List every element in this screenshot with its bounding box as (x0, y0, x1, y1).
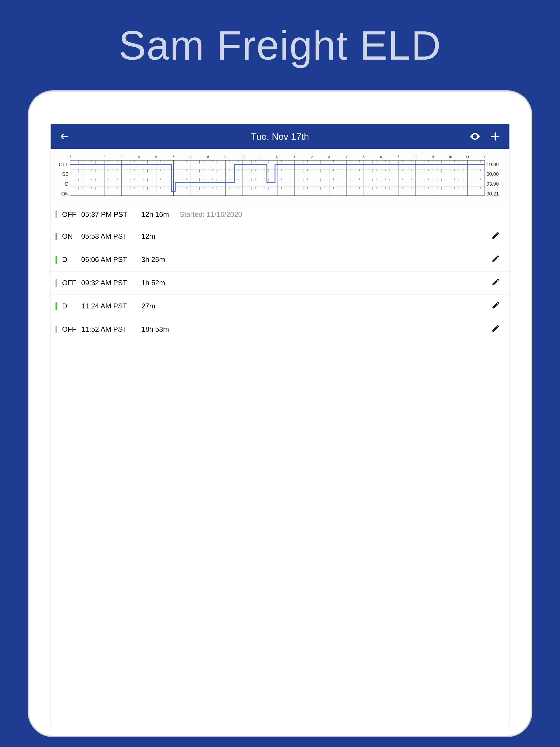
graph-row-totals: 19.8900.0003.9000.21 (485, 154, 504, 199)
arrow-left-icon (59, 132, 69, 141)
app-screen: Tue, Nov 17th OFFSBDON M1234567891011N12… (50, 124, 510, 725)
app-bar: Tue, Nov 17th (51, 124, 509, 149)
status-color-bar (55, 302, 57, 310)
graph-row-labels: OFFSBDON (56, 154, 70, 199)
event-row: OFF09:32 AM PST1h 52m (51, 272, 509, 295)
svg-text:6: 6 (173, 155, 175, 159)
svg-text:5: 5 (363, 155, 365, 159)
graph-row-label: ON (56, 190, 70, 199)
plus-icon (490, 131, 501, 141)
svg-text:9: 9 (432, 155, 434, 159)
svg-text:N: N (276, 155, 279, 159)
hos-graph: M1234567891011N1234567891011M (70, 154, 485, 199)
event-note: Started: 11/16/2020 (180, 210, 242, 219)
graph-row-total: 03.90 (486, 180, 504, 189)
graph-row-total: 19.89 (486, 160, 504, 169)
status-color-bar (55, 326, 57, 333)
svg-text:2: 2 (311, 155, 313, 159)
svg-text:5: 5 (155, 155, 157, 159)
event-status: D (62, 255, 81, 264)
graph-row-label: OFF (56, 160, 70, 169)
status-color-bar (55, 279, 57, 287)
event-duration: 3h 26m (142, 255, 180, 264)
graph-row-label: SB (56, 170, 70, 179)
event-status: OFF (62, 279, 81, 287)
event-status: OFF (62, 210, 81, 219)
status-color-bar (55, 210, 57, 218)
page-title: Tue, Nov 17th (51, 131, 509, 142)
pencil-icon (491, 301, 500, 311)
event-time: 05:53 AM PST (81, 232, 142, 241)
add-button[interactable] (489, 130, 501, 143)
event-time: 11:52 AM PST (81, 325, 142, 334)
view-button[interactable] (469, 130, 481, 143)
svg-text:4: 4 (346, 155, 348, 159)
back-button[interactable] (59, 131, 70, 142)
event-duration: 18h 53m (142, 325, 180, 334)
hos-graph-panel: OFFSBDON M1234567891011N1234567891011M 1… (51, 149, 509, 204)
svg-text:6: 6 (380, 155, 382, 159)
pencil-icon (491, 278, 500, 288)
edit-button[interactable] (490, 301, 501, 312)
event-status: OFF (62, 325, 81, 334)
event-list: OFF05:37 PM PST12h 16mStarted: 11/16/202… (51, 204, 509, 725)
svg-text:3: 3 (328, 155, 330, 159)
svg-text:8: 8 (207, 155, 209, 159)
status-color-bar (55, 233, 57, 240)
event-status: D (62, 302, 81, 310)
event-row: OFF05:37 PM PST12h 16mStarted: 11/16/202… (51, 204, 509, 225)
svg-text:11: 11 (466, 155, 469, 159)
graph-row-total: 00.00 (486, 170, 504, 179)
event-time: 11:24 AM PST (81, 302, 142, 310)
svg-text:3: 3 (121, 155, 123, 159)
tablet-frame: Tue, Nov 17th OFFSBDON M1234567891011N12… (28, 91, 532, 736)
edit-button[interactable] (490, 231, 501, 242)
event-duration: 12m (142, 232, 180, 241)
svg-text:7: 7 (397, 155, 399, 159)
event-time: 06:06 AM PST (81, 255, 142, 264)
svg-text:4: 4 (138, 155, 140, 159)
event-time: 05:37 PM PST (81, 210, 142, 219)
pencil-icon (491, 254, 500, 265)
svg-text:2: 2 (103, 155, 105, 159)
event-row: ON05:53 AM PST12m (51, 225, 509, 248)
status-color-bar (55, 256, 57, 264)
event-duration: 27m (142, 302, 180, 310)
graph-row-total: 00.21 (486, 190, 504, 199)
svg-text:1: 1 (86, 155, 88, 159)
svg-text:1: 1 (294, 155, 296, 159)
svg-text:10: 10 (241, 155, 245, 159)
svg-text:7: 7 (190, 155, 192, 159)
event-time: 09:32 AM PST (81, 279, 142, 287)
event-duration: 12h 16m (142, 210, 180, 219)
eye-icon (469, 131, 481, 142)
graph-row-label: D (56, 180, 70, 189)
hero-title: Sam Freight ELD (119, 22, 441, 69)
event-duration: 1h 52m (142, 279, 180, 287)
svg-point-1 (474, 135, 476, 137)
edit-button[interactable] (490, 324, 501, 335)
event-row: OFF11:52 AM PST18h 53m (51, 318, 509, 341)
edit-button[interactable] (490, 254, 501, 265)
svg-text:11: 11 (258, 155, 262, 159)
event-row: D06:06 AM PST3h 26m (51, 248, 509, 272)
event-row: D11:24 AM PST27m (51, 295, 509, 318)
svg-text:10: 10 (449, 155, 452, 159)
svg-text:M: M (70, 155, 71, 159)
edit-button[interactable] (490, 278, 501, 288)
pencil-icon (491, 231, 500, 242)
pencil-icon (491, 324, 500, 335)
svg-text:8: 8 (415, 155, 417, 159)
event-status: ON (62, 232, 81, 241)
svg-text:9: 9 (225, 155, 226, 159)
